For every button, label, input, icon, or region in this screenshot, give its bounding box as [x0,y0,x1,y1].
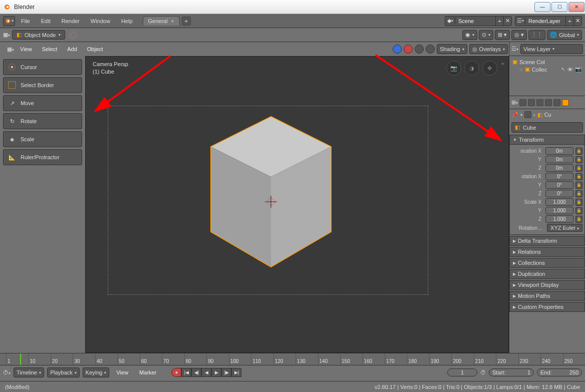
menu-render[interactable]: Render [57,16,85,26]
tool-move[interactable]: ↗Move [3,95,82,111]
props-editor-icon[interactable]: ⊞▾ [511,99,518,106]
panel-collections[interactable]: ▶Collections [509,258,585,268]
tool-cursor[interactable]: Cursor [3,59,82,75]
lock-icon[interactable]: 🔓 [575,199,582,206]
pin-icon[interactable]: 📌 [511,112,518,118]
cube-mesh[interactable] [171,87,371,287]
timeline-mode[interactable]: Timeline▾ [14,367,44,377]
del-layer-icon[interactable]: ✕ [573,17,581,26]
orientation-selector[interactable]: 🌐Global▾ [547,30,582,40]
clock-icon[interactable]: ⏱ [480,369,486,375]
cursor-tiny-icon[interactable]: ↖ [561,66,565,73]
timeline-ruler[interactable]: 1102030405060708090100110120130140150160… [0,353,585,365]
scale-y-field[interactable]: 1.000 [545,207,573,214]
menu-add[interactable]: Add [63,44,81,54]
timeline-editor-icon[interactable]: ⏱▾ [3,369,11,375]
jump-end-button[interactable]: ▶| [231,368,241,377]
tool-scale[interactable]: ◈Scale [3,131,82,147]
shading-mode-cluster[interactable]: ◉▾ [462,30,477,40]
outliner-editor-icon[interactable]: ☲▾ [511,46,518,52]
lock-icon[interactable]: 🔓 [575,207,582,214]
shading-wire-icon[interactable] [415,45,424,54]
panel-transform-head[interactable]: ▼Transform [509,135,585,145]
current-frame-field[interactable]: 1 [447,368,477,376]
lock-icon[interactable]: 🔓 [575,190,582,197]
nav-gizmo-icon[interactable]: ✥ [482,61,497,76]
lock-icon[interactable]: 🔓 [575,173,582,180]
tab-object-icon[interactable] [562,99,569,106]
panel-delta-transform[interactable]: ▶Delta Transform [509,236,585,246]
menu-window[interactable]: Window [86,16,115,26]
panel-motion-paths[interactable]: ▶Motion Paths [509,291,585,301]
render-icon[interactable]: 📷 [575,66,582,73]
autokey-button[interactable]: ● [171,368,181,377]
location-z-field[interactable]: 0m [545,164,573,172]
keying-menu[interactable]: Keying▾ [83,367,110,377]
location-y-field[interactable]: 0m [545,156,573,163]
manipulator-icon[interactable] [67,30,79,41]
shading-render-icon[interactable] [426,45,435,54]
menu-view[interactable]: View [16,44,36,54]
plus-icon[interactable]: + [501,61,504,67]
shading-material-icon[interactable] [404,45,413,54]
end-frame-field[interactable]: End:250 [537,368,582,376]
lock-icon[interactable]: 🔓 [575,156,582,163]
panel-viewport-display[interactable]: ▶Viewport Display [509,280,585,290]
tool-ruler[interactable]: 📐Ruler/Protractor [3,149,82,165]
workspace-tab-general[interactable]: General✕ [143,16,180,26]
rotation-mode-select[interactable]: XYZ Euler ▾ [547,224,582,232]
misc-cluster[interactable]: ⋮⋮ [528,30,545,40]
lock-icon[interactable]: 🔓 [575,165,582,172]
outliner[interactable]: ▣Scene Col ○▣Collec ↖ 👁 📷 [509,56,585,96]
menu-select[interactable]: Select [38,44,62,54]
tab-scene-icon[interactable] [545,99,552,106]
tab-view-icon[interactable] [536,99,543,106]
blender-menu-icon[interactable]: ▾ [3,16,15,26]
menu-file[interactable]: File [16,16,35,26]
keyframe-prev-button[interactable]: ◀| [191,368,201,377]
panel-relations[interactable]: ▶Relations [509,247,585,257]
rotation-x-field[interactable]: 0° [545,173,573,180]
mode-selector[interactable]: ◧ Object Mode▾ [12,30,65,40]
rotation-y-field[interactable]: 0° [545,181,573,189]
lock-icon[interactable]: 🔓 [575,148,582,155]
tree-scene-collection[interactable]: ▣Scene Col [511,58,583,66]
tool-select-border[interactable]: Select Border [3,77,82,93]
scale-z-field[interactable]: 1.000 [545,215,573,223]
pivot-cluster[interactable]: ⊙▾ [479,30,493,40]
shading-solid-icon[interactable] [393,45,402,54]
eye-icon[interactable]: 👁 [567,67,573,73]
proportional-cluster[interactable]: ◎ ▾ [511,30,527,40]
add-layer-icon[interactable]: + [565,17,573,26]
playback-menu[interactable]: Playback▾ [47,367,80,377]
camera-gizmo-icon[interactable]: 📷 [446,61,461,76]
start-frame-field[interactable]: Start:1 [489,368,534,376]
lock-icon[interactable]: 🔓 [575,216,582,223]
rotation-z-field[interactable]: 0° [545,190,573,197]
close-button[interactable]: ✕ [568,2,584,12]
tl-marker[interactable]: Marker [135,367,160,377]
tab-render-icon[interactable] [519,99,526,106]
lock-icon[interactable]: 🔓 [575,182,582,189]
add-scene-icon[interactable]: + [495,17,503,26]
snap-cluster[interactable]: ⊞ ▾ [495,30,510,40]
close-icon[interactable]: ✕ [171,19,174,24]
tab-world-icon[interactable] [553,99,560,106]
panel-duplication[interactable]: ▶Duplication [509,269,585,279]
tl-view[interactable]: View [112,367,132,377]
overlays-dropdown[interactable]: ◎Overlays▾ [469,44,508,54]
shading-dropdown[interactable]: Shading▾ [437,44,467,54]
zoom-gizmo-icon[interactable]: ◑ [464,61,479,76]
maximize-button[interactable]: ☐ [551,2,567,12]
viewport-editor-icon[interactable]: ▦▾ [7,46,14,53]
tool-rotate[interactable]: ↻Rotate [3,113,82,129]
tree-collection[interactable]: ○▣Collec ↖ 👁 📷 [511,66,583,73]
location-x-field[interactable]: 0m [545,147,573,155]
editor-type-icon[interactable]: ▦▾ [3,32,10,38]
renderlayer-selector[interactable]: ☰▾ RenderLayer + ✕ [515,16,582,26]
minimize-button[interactable]: — [534,2,550,12]
3d-viewport[interactable]: Camera Persp (1) Cube 📷 ◑ ✥ + [85,56,509,353]
jump-start-button[interactable]: |◀ [181,368,191,377]
playhead[interactable] [20,353,21,365]
tab-output-icon[interactable] [528,99,535,106]
